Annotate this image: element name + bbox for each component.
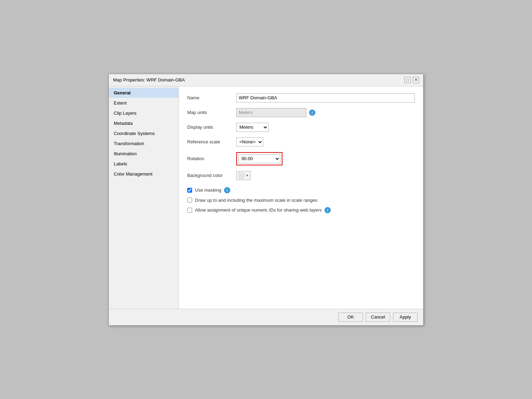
dialog-title: Map Properties: WRF Domain-GBA xyxy=(113,77,185,83)
bg-color-dropdown-arrow: ▼ xyxy=(246,174,249,177)
dialog-body: General Extent Clip Layers Metadata Coor… xyxy=(109,86,423,309)
minimize-button[interactable]: □ xyxy=(404,77,411,83)
reference-scale-select[interactable]: <None> xyxy=(236,137,263,147)
background-color-row: Background color ▼ xyxy=(187,171,415,180)
sidebar: General Extent Clip Layers Metadata Coor… xyxy=(109,86,179,309)
unique-ids-info-icon[interactable]: i xyxy=(324,207,331,213)
background-color-button[interactable]: ▼ xyxy=(236,171,251,180)
rotation-label: Rotation xyxy=(187,156,236,161)
map-units-label: Map units xyxy=(187,110,236,115)
display-units-select[interactable]: Meters Feet Kilometers Miles xyxy=(236,123,268,132)
sidebar-item-labels[interactable]: Labels xyxy=(109,159,178,169)
rotation-highlight-box: 90.00 0.00 45.00 180.00 270.00 xyxy=(236,152,282,165)
cancel-button[interactable]: Cancel xyxy=(366,313,390,322)
draw-max-scale-label: Draw up to and including the maximum sca… xyxy=(195,198,317,203)
map-units-input xyxy=(236,108,306,117)
close-button[interactable]: ✕ xyxy=(413,77,419,83)
sidebar-item-coordinate-systems[interactable]: Coordinate Systems xyxy=(109,128,178,138)
title-bar: Map Properties: WRF Domain-GBA □ ✕ xyxy=(109,74,423,86)
sidebar-item-general[interactable]: General xyxy=(109,88,178,98)
use-masking-label: Use masking xyxy=(195,187,221,193)
reference-scale-row: Reference scale <None> xyxy=(187,137,415,147)
name-label: Name xyxy=(187,95,236,100)
sidebar-item-extent[interactable]: Extent xyxy=(109,98,178,108)
rotation-select[interactable]: 90.00 0.00 45.00 180.00 270.00 xyxy=(238,154,280,163)
background-color-label: Background color xyxy=(187,173,236,178)
display-units-label: Display units xyxy=(187,124,236,130)
name-input[interactable] xyxy=(236,93,415,102)
dialog-footer: OK Cancel Apply xyxy=(109,309,423,325)
sidebar-item-illumination[interactable]: Illumination xyxy=(109,149,178,159)
apply-button[interactable]: Apply xyxy=(393,313,418,322)
sidebar-item-transformation[interactable]: Transformation xyxy=(109,138,178,149)
masking-info-icon[interactable]: i xyxy=(224,187,230,193)
map-units-info-icon[interactable]: i xyxy=(309,109,315,116)
map-units-row: Map units i xyxy=(187,108,415,117)
checkerboard-preview xyxy=(238,172,245,179)
name-row: Name xyxy=(187,93,415,102)
sidebar-item-clip-layers[interactable]: Clip Layers xyxy=(109,108,178,118)
title-bar-controls: □ ✕ xyxy=(404,77,419,83)
map-properties-dialog: Map Properties: WRF Domain-GBA □ ✕ Gener… xyxy=(108,74,424,326)
sidebar-item-metadata[interactable]: Metadata xyxy=(109,118,178,128)
draw-max-scale-row: Draw up to and including the maximum sca… xyxy=(187,198,415,203)
sidebar-item-color-management[interactable]: Color Management xyxy=(109,169,178,179)
allow-unique-ids-row: Allow assignment of unique numeric IDs f… xyxy=(187,207,415,213)
display-units-row: Display units Meters Feet Kilometers Mil… xyxy=(187,123,415,132)
main-content: Name Map units i Display units Meters Fe… xyxy=(179,86,423,309)
reference-scale-label: Reference scale xyxy=(187,139,236,144)
use-masking-row: Use masking i xyxy=(187,187,415,193)
rotation-row: Rotation 90.00 0.00 45.00 180.00 270.00 xyxy=(187,152,415,165)
use-masking-checkbox[interactable] xyxy=(187,188,192,193)
ok-button[interactable]: OK xyxy=(338,313,363,322)
draw-max-scale-checkbox[interactable] xyxy=(187,198,192,202)
allow-unique-ids-label: Allow assignment of unique numeric IDs f… xyxy=(195,207,322,213)
allow-unique-ids-checkbox[interactable] xyxy=(187,208,192,213)
